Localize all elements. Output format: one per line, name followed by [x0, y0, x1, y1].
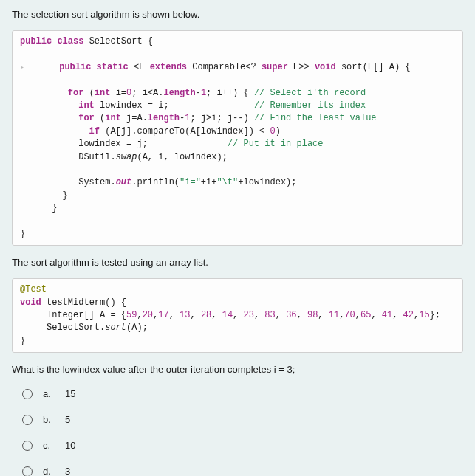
code-token: , [211, 310, 222, 320]
code-token: 15 [419, 310, 429, 320]
code-token: length [148, 113, 180, 123]
code-token: 59 [126, 310, 137, 320]
option-d[interactable]: d. 3 [22, 466, 463, 476]
code-token: 83 [264, 310, 275, 320]
code-token: 70 [344, 310, 355, 320]
code-token: 1 [201, 88, 206, 98]
code-token: E>> [293, 62, 315, 72]
code-token: 28 [201, 310, 211, 320]
code-token: 14 [222, 310, 233, 320]
code-token: out [116, 177, 132, 187]
code-token: extends [150, 62, 193, 72]
code-token: }; [430, 310, 440, 320]
code-token: , [355, 310, 360, 320]
code-token: Integer[] A = { [20, 310, 126, 320]
code-token: 98 [307, 310, 318, 320]
code-token: // Find the least value [254, 113, 377, 123]
code-token: 42 [403, 310, 414, 320]
code-token: (A); [126, 322, 148, 333]
code-token: System. [20, 177, 116, 187]
intro-text-2: The sort algorithm is tested using an ar… [12, 257, 463, 268]
code-token: for [20, 113, 100, 123]
code-token: 41 [382, 310, 392, 320]
code-token: } [20, 203, 57, 213]
option-value: 15 [65, 388, 75, 399]
code-token: Comparable<? [192, 62, 262, 72]
option-value: 3 [65, 466, 70, 476]
code-token: 65 [360, 310, 371, 320]
code-token: ) [276, 126, 281, 137]
option-letter: d. [43, 466, 53, 476]
code-token: void [315, 62, 341, 72]
code-token: ; j>i; j--) [190, 113, 253, 123]
code-token: } [20, 229, 25, 239]
code-token: } [20, 190, 68, 201]
code-token: int [20, 100, 100, 111]
code-token: 36 [286, 310, 296, 320]
code-token: - [196, 88, 201, 98]
code-token: 11 [329, 310, 339, 320]
code-token: 20 [143, 310, 153, 320]
code-token: public class [20, 36, 89, 46]
code-token: +lowindex); [238, 177, 296, 187]
option-b[interactable]: b. 5 [22, 414, 463, 425]
radio-icon[interactable] [22, 415, 33, 425]
code-token: @Test [20, 284, 47, 294]
code-token: , [190, 310, 200, 320]
code-token: void [20, 297, 47, 308]
option-c[interactable]: c. 10 [22, 440, 463, 451]
code-block-1: public class SelectSort { ▸ public stati… [12, 30, 463, 246]
option-a[interactable]: a. 15 [22, 388, 463, 399]
code-token: , [318, 310, 328, 320]
code-token: , [233, 310, 243, 320]
code-token: ; i++) { [206, 88, 254, 98]
code-token: for [20, 88, 89, 98]
code-token: ( [89, 88, 95, 98]
code-token: j=A. [126, 113, 148, 123]
code-token: 13 [180, 310, 190, 320]
code-token: "\t" [216, 177, 238, 187]
code-token: SelectSort. [20, 322, 105, 333]
options-list: a. 15 b. 5 c. 10 d. 3 [12, 388, 463, 476]
option-value: 10 [65, 440, 75, 451]
code-token: int [105, 113, 126, 123]
option-letter: a. [43, 388, 53, 399]
code-token: public static [27, 62, 134, 72]
code-token: lowindex = i; [100, 100, 254, 111]
option-letter: c. [43, 440, 53, 451]
code-token: .println( [131, 177, 180, 187]
code-token: // Remember its index [254, 100, 366, 111]
code-token: ; i<A. [131, 88, 163, 98]
code-token: 23 [244, 310, 254, 320]
code-token: int [95, 88, 116, 98]
code-token: DSutil. [20, 152, 116, 162]
code-token: , [297, 310, 307, 320]
radio-icon[interactable] [22, 441, 33, 451]
code-token: length [163, 88, 195, 98]
code-token: super [262, 62, 293, 72]
code-token: testMidterm() { [47, 297, 126, 308]
code-token: // Put it in place [228, 139, 324, 149]
radio-icon[interactable] [22, 389, 33, 399]
code-token: 0 [270, 126, 275, 137]
code-token: swap [116, 152, 137, 162]
code-token: } [20, 336, 25, 346]
code-token: sort [105, 322, 126, 333]
radio-icon[interactable] [22, 466, 33, 476]
code-token: , [392, 310, 403, 320]
code-token: <E [134, 62, 150, 72]
code-token: , [137, 310, 142, 320]
code-token: (A, i, lowindex); [137, 152, 227, 162]
option-value: 5 [65, 414, 70, 425]
code-token: 17 [158, 310, 168, 320]
code-token: i= [116, 88, 126, 98]
intro-text-1: The selection sort algorithm is shown be… [12, 9, 463, 20]
code-token: (A[j].compareTo(A[lowindex]) < [105, 126, 270, 137]
code-token: , [169, 310, 180, 320]
question-text: What is the lowindex value after the out… [12, 364, 463, 375]
code-token: , [371, 310, 381, 320]
code-token: , [254, 310, 264, 320]
code-token: // Select i'th record [254, 88, 366, 98]
option-letter: b. [43, 414, 53, 425]
collapse-icon: ▸ [20, 63, 27, 74]
